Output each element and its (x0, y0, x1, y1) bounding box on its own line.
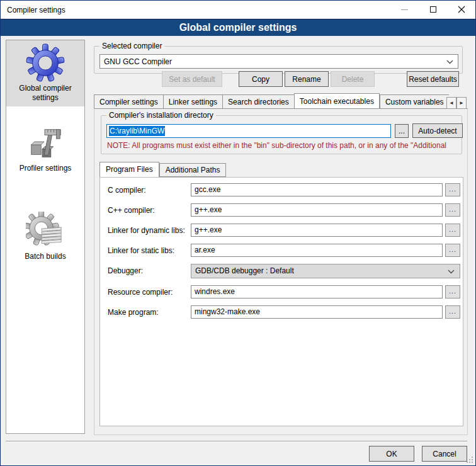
caliper-icon (26, 123, 65, 162)
rename-button[interactable]: Rename (285, 71, 329, 87)
field-row-linker-for-dynamic-libs: Linker for dynamic libs:g++.exe... (108, 224, 463, 237)
tab-toolchain-executables[interactable]: Toolchain executables (294, 93, 380, 109)
debugger-select[interactable]: GDB/CDB debugger : Default (191, 264, 460, 278)
settings-sidebar: Global compiler settingsProfiler setting… (6, 40, 85, 434)
installation-directory-value: C:\raylib\MinGW (109, 126, 165, 136)
compiler-select-value: GNU GCC Compiler (104, 57, 172, 66)
compiler-settings-dialog: Compiler settings Global compiler settin… (0, 0, 476, 466)
installation-directory-input[interactable]: C:\raylib\MinGW (106, 124, 391, 138)
chevron-down-icon (448, 270, 455, 274)
note-text: NOTE: All programs must exist either in … (107, 141, 460, 150)
subtab-program-files[interactable]: Program Files (99, 162, 159, 177)
field-label: Linker for static libs: (108, 246, 174, 255)
select-value: GDB/CDB debugger : Default (195, 266, 294, 275)
ok-button[interactable]: OK (369, 446, 414, 462)
minimize-button[interactable] (390, 1, 419, 18)
program-files-page: C compiler:gcc.exe...C++ compiler:g++.ex… (99, 177, 463, 426)
program-files-tabstrip: Program FilesAdditional Paths (99, 163, 226, 177)
sidebar-item-global-compiler-settings[interactable]: Global compiler settings (6, 40, 84, 106)
tab-scroll-buttons: ◄► (446, 96, 467, 109)
blue-gear-icon (26, 43, 65, 82)
compiler-select[interactable]: GNU GCC Compiler (99, 54, 458, 69)
field-row-linker-for-static-libs: Linker for static libs:ar.exe... (108, 244, 463, 258)
field-label: Resource compiler: (108, 288, 173, 297)
field-label: Debugger: (108, 266, 143, 275)
field-row-make-program: Make program:mingw32-make.exe... (108, 305, 463, 319)
maximize-icon (430, 6, 436, 13)
field-row-c-compiler: C++ compiler:g++.exe... (108, 203, 463, 217)
make-program-input[interactable]: mingw32-make.exe (191, 305, 443, 319)
browse-button[interactable]: ... (445, 244, 460, 257)
subtab-additional-paths[interactable]: Additional Paths (159, 163, 227, 177)
installation-directory-label: Compiler's installation directory (106, 111, 216, 120)
field-row-debugger: Debugger:GDB/CDB debugger : Default (108, 264, 463, 279)
tab-compiler-settings[interactable]: Compiler settings (94, 94, 163, 109)
tab-scroll-left-icon[interactable]: ◄ (446, 97, 456, 109)
cancel-button[interactable]: Cancel (422, 446, 467, 462)
reset-defaults-button[interactable]: Reset defaults (407, 71, 459, 87)
sidebar-item-label: Profiler settings (8, 164, 83, 173)
linker-for-static-libs-input[interactable]: ar.exe (191, 244, 443, 257)
tab-scroll-right-icon[interactable]: ► (456, 97, 467, 109)
maximize-button[interactable] (419, 1, 447, 18)
field-label: C compiler: (108, 186, 146, 195)
installation-directory-group: Compiler's installation directory C:\ray… (101, 115, 462, 154)
footer-separator (6, 441, 467, 442)
c-compiler-input[interactable]: g++.exe (191, 203, 443, 217)
settings-tabstrip: Compiler settingsLinker settingsSearch d… (94, 94, 468, 109)
close-button[interactable] (447, 1, 475, 18)
copy-button[interactable]: Copy (239, 71, 283, 87)
field-label: C++ compiler: (108, 206, 155, 215)
window-title: Compiler settings (7, 6, 65, 14)
close-icon (458, 6, 465, 13)
title-bar: Compiler settings (1, 1, 475, 19)
field-label: Make program: (108, 308, 159, 317)
c-compiler-input[interactable]: gcc.exe (191, 183, 443, 196)
browse-button[interactable]: ... (445, 224, 460, 237)
tab-linker-settings[interactable]: Linker settings (163, 94, 222, 109)
field-row-resource-compiler: Resource compiler:windres.exe... (108, 285, 463, 299)
auto-detect-button[interactable]: Auto-detect (412, 123, 463, 138)
tab-custom-variables[interactable]: Custom variables (380, 94, 449, 109)
delete-button: Delete (331, 71, 375, 87)
browse-button[interactable]: ... (445, 183, 460, 196)
chevron-down-icon (446, 60, 453, 64)
page-title: Global compiler settings (1, 19, 475, 36)
minimize-icon (401, 9, 408, 10)
browse-button[interactable]: ... (445, 203, 460, 217)
browse-button[interactable]: ... (445, 285, 460, 298)
browse-directory-button[interactable]: ... (395, 124, 409, 138)
browse-button[interactable]: ... (445, 305, 460, 319)
sidebar-item-label: Global compiler settings (8, 84, 83, 103)
sidebar-item-profiler-settings[interactable]: Profiler settings (6, 120, 84, 177)
selected-compiler-group: Selected compiler GNU GCC Compiler (94, 46, 463, 74)
resource-compiler-input[interactable]: windres.exe (191, 285, 443, 298)
tab-search-directories[interactable]: Search directories (222, 94, 294, 109)
linker-for-dynamic-libs-input[interactable]: g++.exe (191, 224, 443, 237)
set-as-default-button: Set as default (162, 71, 222, 87)
resize-grip[interactable] (465, 455, 473, 463)
field-label: Linker for dynamic libs: (108, 226, 185, 235)
toolchain-executables-page: Compiler's installation directory C:\ray… (94, 108, 468, 435)
sidebar-item-label: Batch builds (8, 252, 83, 261)
field-row-c-compiler: C compiler:gcc.exe... (108, 183, 463, 197)
sidebar-item-batch-builds[interactable]: Batch builds (6, 208, 84, 265)
selected-compiler-label: Selected compiler (99, 42, 164, 50)
gear-stack-icon (26, 212, 65, 251)
